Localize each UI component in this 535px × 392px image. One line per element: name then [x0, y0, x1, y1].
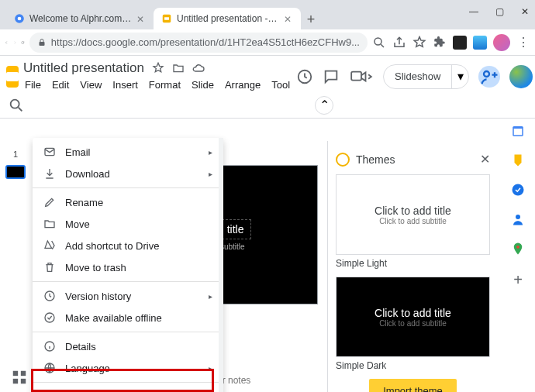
menu-item-shortcut[interactable]: Add shortcut to Drive [33, 235, 223, 256]
star-icon[interactable] [412, 36, 426, 50]
history-icon[interactable] [296, 68, 313, 85]
themes-icon [336, 153, 350, 167]
menu-item-rename[interactable]: Rename [33, 191, 223, 213]
menu-item-download[interactable]: Download▸ [33, 163, 223, 184]
theme-simple-dark[interactable]: Click to add title Click to add subtitle [336, 277, 490, 357]
svg-rect-4 [39, 42, 44, 46]
slides-logo[interactable] [6, 66, 19, 88]
comment-icon[interactable] [323, 68, 340, 85]
separator [33, 382, 223, 383]
chrome-menu-icon[interactable]: ⋮ [516, 36, 530, 50]
add-icon[interactable]: + [511, 271, 525, 285]
maximize-icon[interactable]: ▢ [495, 6, 504, 17]
tab-strip: Welcome to Alphr.com - Google ✕ Untitled… [0, 6, 535, 29]
close-icon[interactable]: ✕ [284, 14, 293, 23]
svg-point-18 [516, 246, 519, 249]
minimize-icon[interactable]: ― [469, 6, 478, 17]
svg-rect-7 [351, 71, 361, 80]
drive-shortcut-icon [43, 239, 56, 252]
menu-item-details[interactable]: Details [33, 335, 223, 357]
menu-item-language[interactable]: Language▸ [33, 357, 223, 379]
history-icon [43, 290, 56, 302]
grid-view-icon[interactable] [11, 369, 28, 386]
download-icon [43, 167, 56, 180]
slideshow-button[interactable]: Slideshow ▾ [383, 64, 469, 89]
extension-2[interactable] [473, 36, 487, 50]
calendar-icon[interactable] [511, 124, 525, 138]
meet-icon[interactable] [349, 68, 374, 85]
lock-icon [37, 38, 47, 47]
forward-button[interactable] [13, 34, 17, 51]
svg-rect-13 [21, 379, 26, 383]
menu-item-page-setup[interactable]: Page setup [33, 386, 223, 392]
menu-file[interactable]: File [23, 77, 43, 92]
menu-item-email[interactable]: Email▸ [33, 141, 223, 163]
share-button[interactable] [478, 66, 500, 88]
theme-title-text: Click to add title [374, 307, 451, 319]
tasks-icon[interactable] [511, 183, 525, 197]
separator [33, 281, 223, 282]
themes-title: Themes [356, 153, 474, 166]
extensions-icon[interactable] [433, 36, 447, 50]
menu-item-version[interactable]: Version history▸ [33, 285, 223, 307]
svg-point-16 [513, 184, 524, 196]
slideshow-dropdown[interactable]: ▾ [451, 65, 468, 88]
svg-point-5 [374, 38, 381, 45]
globe-icon [43, 362, 56, 374]
menu-edit[interactable]: Edit [50, 77, 71, 92]
cloud-icon[interactable] [192, 62, 205, 74]
close-icon[interactable]: ✕ [521, 6, 529, 17]
svg-point-1 [18, 17, 22, 21]
import-theme-button[interactable]: Import theme [369, 379, 457, 392]
theme-subtitle-text: Click to add subtitle [379, 319, 447, 328]
close-icon[interactable]: ✕ [480, 152, 490, 167]
new-tab-button[interactable]: + [301, 9, 321, 29]
menu-insert[interactable]: Insert [111, 77, 140, 92]
keep-icon[interactable] [511, 153, 525, 167]
doc-title[interactable]: Untitled presentation [23, 60, 144, 76]
user-avatar[interactable] [509, 65, 533, 88]
search-tool-icon[interactable] [8, 97, 25, 114]
menu-slide[interactable]: Slide [190, 77, 216, 92]
reload-button[interactable] [21, 34, 25, 51]
close-icon[interactable]: ✕ [136, 14, 146, 23]
omnibox[interactable]: https://docs.google.com/presentation/d/1… [29, 33, 368, 53]
theme-label: Simple Light [336, 258, 490, 269]
theme-simple-light[interactable]: Click to add title Click to add subtitle [336, 174, 490, 255]
theme-subtitle-text: Click to add subtitle [379, 217, 447, 225]
slide-thumbnail-1[interactable] [5, 165, 26, 179]
menu-item-trash[interactable]: Move to trash [33, 256, 223, 278]
svg-point-8 [484, 71, 489, 77]
svg-rect-3 [164, 17, 169, 20]
search-icon[interactable] [372, 36, 386, 50]
back-button[interactable] [5, 34, 9, 51]
collapse-toolbar-icon[interactable]: ⌃ [315, 96, 333, 115]
svg-rect-11 [21, 371, 26, 376]
tab-title: Untitled presentation - Google S [177, 13, 279, 24]
move-icon[interactable] [172, 62, 185, 74]
address-bar: https://docs.google.com/presentation/d/1… [0, 29, 535, 56]
offline-icon [43, 311, 56, 324]
submenu-arrow-icon: ▸ [209, 292, 212, 301]
slideshow-label: Slideshow [384, 70, 451, 82]
profile-avatar[interactable] [493, 34, 510, 51]
window-controls: ― ▢ ✕ [469, 6, 529, 17]
url-text: https://docs.google.com/presentation/d/1… [51, 36, 360, 48]
maps-icon[interactable] [511, 242, 525, 256]
menu-arrange[interactable]: Arrange [223, 77, 262, 92]
star-icon[interactable] [152, 62, 164, 74]
share-icon[interactable] [392, 36, 406, 50]
menu-item-offline[interactable]: Make available offline [33, 307, 223, 328]
theme-title-text: Click to add title [374, 205, 451, 217]
extension-1[interactable] [453, 36, 467, 50]
menu-item-move[interactable]: Move [33, 213, 223, 235]
menu-view[interactable]: View [78, 77, 103, 92]
contacts-icon[interactable] [511, 212, 525, 226]
svg-rect-12 [13, 379, 18, 383]
menu-format[interactable]: Format [147, 77, 182, 92]
tab-alphr[interactable]: Welcome to Alphr.com - Google ✕ [6, 8, 154, 29]
tab-slides[interactable]: Untitled presentation - Google S ✕ [154, 8, 301, 29]
svg-rect-15 [514, 129, 523, 135]
menu-bar: File Edit View Insert Format Slide Arran… [23, 76, 292, 92]
menu-tools[interactable]: Tool [270, 77, 292, 92]
